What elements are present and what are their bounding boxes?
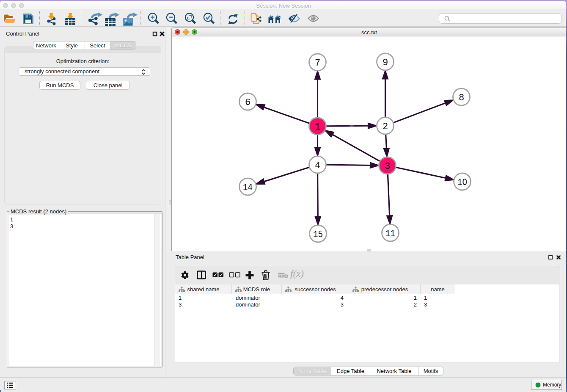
svg-text:9: 9: [383, 58, 388, 68]
svg-text:7: 7: [315, 58, 320, 69]
svg-text:4: 4: [315, 160, 320, 171]
svg-text:15: 15: [313, 229, 323, 240]
svg-text:1O: 1O: [457, 177, 467, 188]
svg-text:3: 3: [385, 161, 390, 172]
svg-text:2: 2: [383, 121, 388, 132]
svg-text:14: 14: [243, 182, 253, 193]
svg-text:8: 8: [459, 93, 464, 103]
svg-text:6: 6: [245, 97, 250, 108]
svg-text:11: 11: [385, 229, 395, 239]
svg-text:1: 1: [315, 122, 320, 133]
